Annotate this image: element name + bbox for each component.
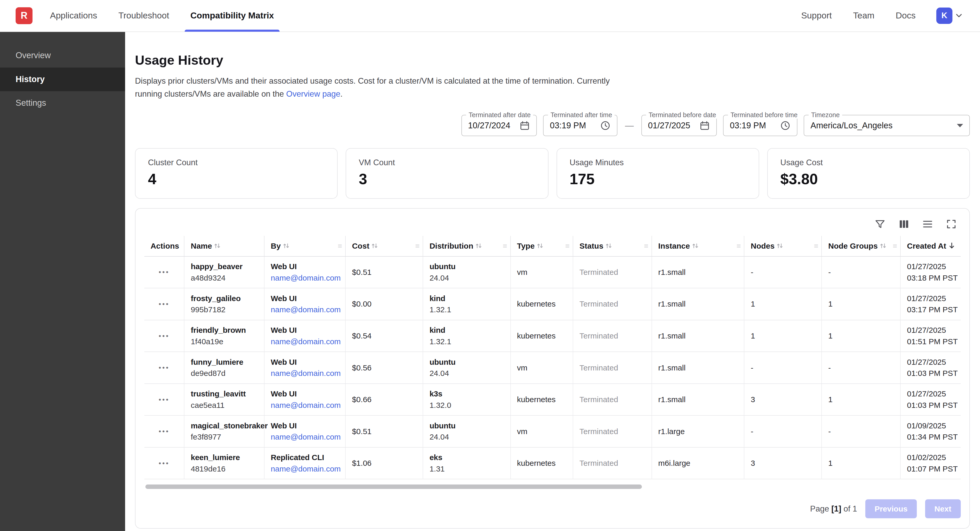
table-row: ••• keen_lumiere4819de16 Replicated CLIn…	[144, 447, 961, 479]
next-page-button[interactable]: Next	[925, 499, 961, 518]
nav-item-support[interactable]: Support	[801, 11, 832, 21]
cluster-name: friendly_brown	[191, 326, 258, 334]
clock-icon[interactable]	[780, 120, 791, 131]
overview-page-link[interactable]: Overview page	[286, 89, 340, 98]
horizontal-scrollbar	[145, 485, 959, 489]
column-resize-handle[interactable]: =	[737, 242, 741, 250]
row-actions-button[interactable]: •••	[156, 425, 172, 438]
table-row: ••• friendly_brown1f40a19e Web UIname@do…	[144, 320, 961, 352]
table-row: ••• funny_lumierede9ed87d Web UIname@dom…	[144, 352, 961, 384]
usage-table-card: Actions Name By= Cost= Distribution= Typ…	[135, 208, 970, 529]
nav-item-team[interactable]: Team	[853, 11, 874, 21]
column-header-nodes[interactable]: Nodes=	[744, 236, 822, 256]
column-header-type[interactable]: Type=	[511, 236, 573, 256]
created-by-email-link[interactable]: name@domain.com	[271, 433, 339, 441]
created-date: 01/27/2025	[907, 358, 955, 366]
calendar-icon[interactable]	[519, 120, 530, 131]
column-header-status[interactable]: Status=	[573, 236, 652, 256]
nav-item-compatibility-matrix[interactable]: Compatibility Matrix	[190, 0, 274, 32]
stat-card-cluster-count: Cluster Count 4	[135, 148, 337, 199]
terminated-before-time-field[interactable]: Terminated before time 03:19 PM	[723, 115, 797, 136]
sidebar-item-overview[interactable]: Overview	[0, 44, 125, 67]
created-by-email-link[interactable]: name@domain.com	[271, 464, 339, 473]
column-label: Name	[191, 242, 212, 250]
sort-icon	[605, 243, 612, 249]
nav-item-troubleshoot[interactable]: Troubleshoot	[118, 0, 169, 32]
created-by: Web UI	[271, 326, 339, 334]
row-actions-button[interactable]: •••	[156, 457, 172, 470]
column-resize-handle[interactable]: =	[503, 242, 507, 250]
distribution-version: 24.04	[430, 369, 504, 378]
row-actions-button[interactable]: •••	[156, 361, 172, 374]
created-by-email-link[interactable]: name@domain.com	[271, 337, 339, 346]
node-groups-value: -	[828, 427, 831, 436]
row-actions-button[interactable]: •••	[156, 298, 172, 311]
column-resize-handle[interactable]: =	[565, 242, 570, 250]
nav-item-applications[interactable]: Applications	[50, 0, 97, 32]
distribution-version: 1.32.0	[430, 401, 504, 410]
created-by-email-link[interactable]: name@domain.com	[271, 369, 339, 378]
column-header-distribution[interactable]: Distribution=	[423, 236, 510, 256]
type-value: kubernetes	[517, 395, 556, 404]
sidebar-item-history[interactable]: History	[0, 68, 125, 91]
column-header-cost[interactable]: Cost=	[345, 236, 423, 256]
column-header-created-at[interactable]: Created At	[900, 236, 961, 256]
column-label: Distribution	[430, 242, 473, 250]
nodes-value: -	[751, 363, 754, 372]
row-actions-button[interactable]: •••	[156, 393, 172, 406]
column-resize-handle[interactable]: =	[814, 242, 818, 250]
density-icon	[922, 219, 933, 230]
column-resize-handle[interactable]: =	[415, 242, 420, 250]
column-resize-handle[interactable]: =	[644, 242, 648, 250]
column-header-name[interactable]: Name	[184, 236, 264, 256]
density-button[interactable]	[922, 219, 933, 230]
of-label: of 1	[843, 504, 857, 514]
stat-value: $3.80	[780, 170, 957, 187]
nav-item-docs[interactable]: Docs	[896, 11, 916, 21]
columns-button[interactable]	[898, 219, 910, 230]
terminated-after-date-label: Terminated after date	[466, 111, 533, 119]
usage-history-table: Actions Name By= Cost= Distribution= Typ…	[144, 236, 961, 479]
replicated-logo[interactable]: R	[16, 7, 32, 24]
created-by-email-link[interactable]: name@domain.com	[271, 305, 339, 314]
scrollbar-thumb[interactable]	[145, 485, 642, 489]
row-actions-button[interactable]: •••	[156, 330, 172, 342]
account-menu-button[interactable]: K	[936, 8, 964, 24]
created-by-email-link[interactable]: name@domain.com	[271, 274, 339, 282]
created-date: 01/02/2025	[907, 453, 955, 462]
stat-value: 4	[148, 170, 325, 187]
calendar-icon[interactable]	[699, 120, 710, 131]
sidebar-item-settings[interactable]: Settings	[0, 91, 125, 115]
clock-icon[interactable]	[600, 120, 611, 131]
column-header-by[interactable]: By=	[264, 236, 345, 256]
created-by-email-link[interactable]: name@domain.com	[271, 401, 339, 410]
cost-value: $0.00	[352, 300, 371, 308]
created-by: Web UI	[271, 358, 339, 366]
page-title: Usage History	[135, 52, 970, 68]
column-resize-handle[interactable]: =	[892, 242, 897, 250]
distribution-version: 24.04	[430, 274, 504, 282]
filter-bar: Terminated after date 10/27/2024 Termina…	[135, 115, 970, 136]
column-resize-handle[interactable]: =	[338, 242, 342, 250]
distribution-version: 1.32.1	[430, 305, 504, 314]
distribution-version: 1.32.1	[430, 337, 504, 346]
fullscreen-button[interactable]	[946, 219, 957, 230]
terminated-before-date-field[interactable]: Terminated before date 01/27/2025	[641, 115, 717, 136]
terminated-before-date-value: 01/27/2025	[648, 121, 690, 130]
filter-button[interactable]	[874, 219, 886, 230]
current-page: [1]	[831, 504, 841, 514]
column-header-node-groups[interactable]: Node Groups=	[822, 236, 900, 256]
avatar[interactable]: K	[936, 8, 953, 24]
status-badge: Terminated	[579, 427, 618, 436]
cluster-id: fe3f8977	[191, 433, 258, 441]
terminated-after-time-field[interactable]: Terminated after time 03:19 PM	[543, 115, 617, 136]
stat-cards: Cluster Count 4 VM Count 3 Usage Minutes…	[135, 148, 970, 199]
column-header-instance[interactable]: Instance=	[652, 236, 745, 256]
cost-value: $0.66	[352, 395, 371, 404]
previous-page-button[interactable]: Previous	[865, 499, 917, 518]
table-header-row: Actions Name By= Cost= Distribution= Typ…	[144, 236, 961, 256]
timezone-select[interactable]: Timezone America/Los_Angeles	[803, 115, 970, 136]
terminated-after-date-field[interactable]: Terminated after date 10/27/2024	[461, 115, 537, 136]
cluster-name: happy_beaver	[191, 262, 258, 271]
row-actions-button[interactable]: •••	[156, 266, 172, 279]
